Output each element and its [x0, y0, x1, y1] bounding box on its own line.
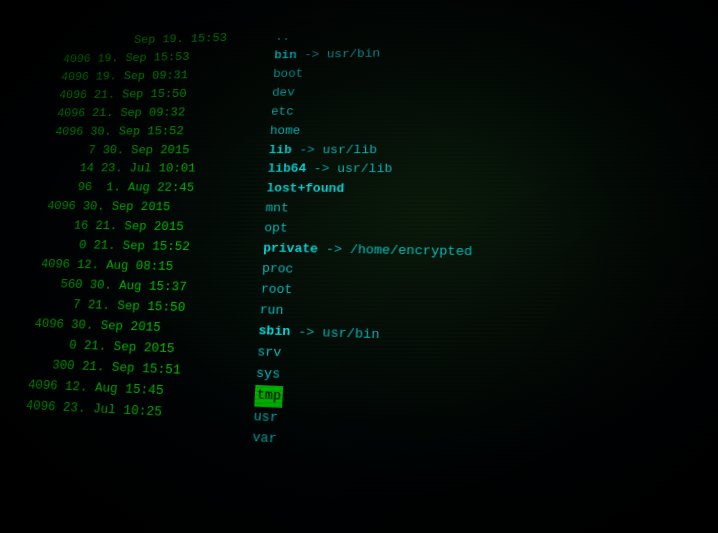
entry-lost-found: lost+found — [266, 180, 715, 203]
ls-line-1: Sep — [64, 31, 156, 51]
entry-lib: lib -> usr/lib — [268, 140, 712, 161]
entry-home: home — [269, 119, 711, 141]
right-column: .. bin -> usr/bin boot dev etc home lib … — [237, 18, 718, 533]
entry-lib64: lib64 -> usr/lib — [267, 160, 713, 181]
terminal-screen: Sep 19. 15:53 4096 19. Sep 15:53 4096 19… — [0, 0, 718, 533]
ls-line-2: 4096 19. — [62, 50, 119, 69]
entry-etc: etc — [270, 98, 710, 121]
left-column: Sep 19. 15:53 4096 19. Sep 15:53 4096 19… — [14, 29, 266, 529]
terminal-content: Sep 19. 15:53 4096 19. Sep 15:53 4096 19… — [0, 9, 718, 533]
